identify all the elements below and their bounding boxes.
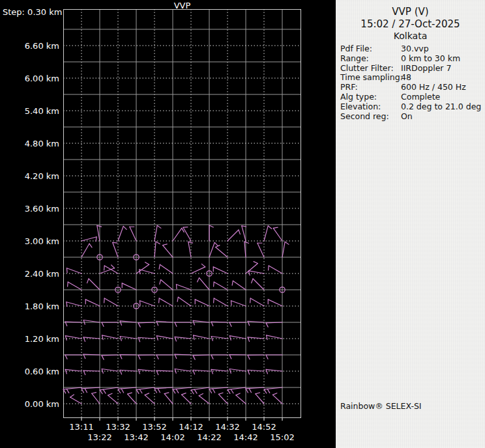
site-name: Kolkata [336,31,485,42]
info-value: 0 km to 30 km [401,54,460,64]
x-axis-label: 14:12 [179,422,203,432]
vendor-brand-label: Rainbow® SELEX-SI [340,401,422,411]
info-value: On [401,112,413,122]
product-header: VVP (V) 15:02 / 27-Oct-2025 Kolkata [336,6,485,42]
y-axis-label: 4.80 km [0,139,59,148]
info-row: Elevation:0.2 deg to 21.0 deg [340,102,484,112]
x-axis-label: 14:22 [197,432,221,442]
y-axis-label: 1.20 km [0,334,59,344]
info-value: 600 Hz / 450 Hz [401,83,466,92]
x-axis-label: 13:22 [87,432,111,442]
x-axis-label: 14:02 [160,432,184,442]
y-axis-label: 5.40 km [0,106,59,116]
info-label: Clutter Filter: [340,64,401,74]
info-label: Alg type: [340,92,401,102]
info-row: Time sampling:48 [340,73,484,83]
info-row: Clutter Filter:IIRDoppler 7 [340,64,484,74]
wind-barbs [63,225,289,404]
wind-profile-plot-panel: VVP Step: 0.30 km 6.60 km6.00 km5.40 km4… [0,0,336,448]
x-axis-label: 14:42 [233,432,257,442]
y-axis-label: 3.60 km [0,204,59,214]
vvp-window: { "right_panel": { "title": "VVP (V)", "… [0,0,485,448]
x-axis-label: 13:42 [124,432,148,442]
x-axis-label: 14:32 [215,422,239,432]
product-parameters: Pdf File:30.vvpRange:0 km to 30 kmClutte… [340,44,484,121]
y-axis-label: 3.00 km [0,236,59,246]
info-row: Range:0 km to 30 km [340,54,484,64]
height-step-label: Step: 0.30 km [3,7,62,17]
info-row: Pdf File:30.vvp [340,44,484,54]
info-label: Elevation: [340,102,401,112]
y-axis-label: 1.80 km [0,301,59,311]
x-axis-label: 13:32 [106,422,130,432]
info-value: Complete [401,92,440,102]
y-axis-label: 0.00 km [0,399,59,409]
y-axis-label: 0.60 km [0,367,59,376]
info-value: 0.2 deg to 21.0 deg [401,102,481,112]
x-axis-label: 14:52 [252,422,276,432]
info-row: Second reg:On [340,112,484,122]
info-value: 48 [401,73,411,83]
info-label: Time sampling: [340,73,401,83]
product-datetime: 15:02 / 27-Oct-2025 [336,18,485,31]
info-value: IIRDoppler 7 [401,64,451,74]
info-label: Second reg: [340,112,401,122]
y-axis-label: 6.60 km [0,41,59,51]
y-axis-label: 4.20 km [0,171,59,181]
y-axis-label: 2.40 km [0,269,59,279]
product-title: VVP (V) [336,6,485,18]
y-axis-label: 6.00 km [0,74,59,83]
info-label: Pdf File: [340,44,401,54]
x-axis-label: 13:52 [142,422,166,432]
info-label: Range: [340,54,401,64]
info-row: Alg type:Complete [340,92,484,102]
info-label: PRF: [340,83,401,92]
x-axis-label: 13:11 [69,422,93,432]
info-value: 30.vvp [401,44,429,54]
wind-barb-chart [63,9,301,418]
x-axis-label: 15:02 [270,432,294,442]
product-info-panel: VVP (V) 15:02 / 27-Oct-2025 Kolkata Pdf … [336,0,485,448]
info-row: PRF:600 Hz / 450 Hz [340,83,484,92]
plot-area [63,9,301,418]
